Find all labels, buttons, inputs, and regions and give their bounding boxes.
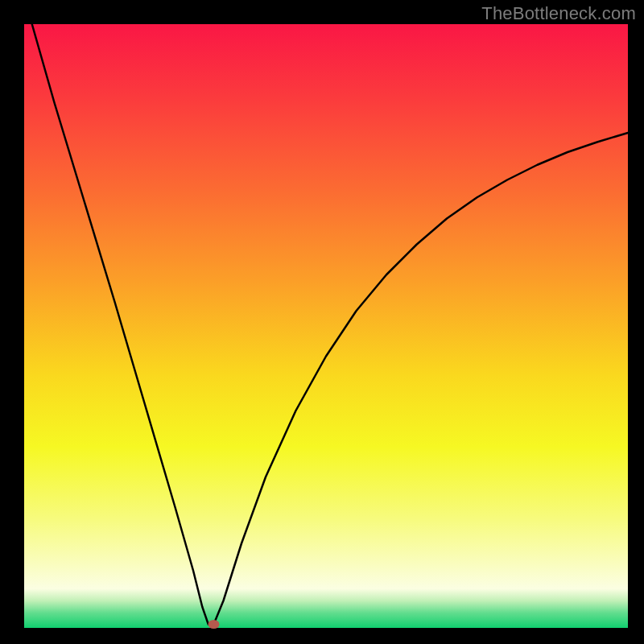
bottleneck-chart xyxy=(0,0,644,644)
chart-wrapper: TheBottleneck.com xyxy=(0,0,644,644)
gradient-background xyxy=(24,24,628,628)
optimal-point-marker xyxy=(208,620,220,629)
